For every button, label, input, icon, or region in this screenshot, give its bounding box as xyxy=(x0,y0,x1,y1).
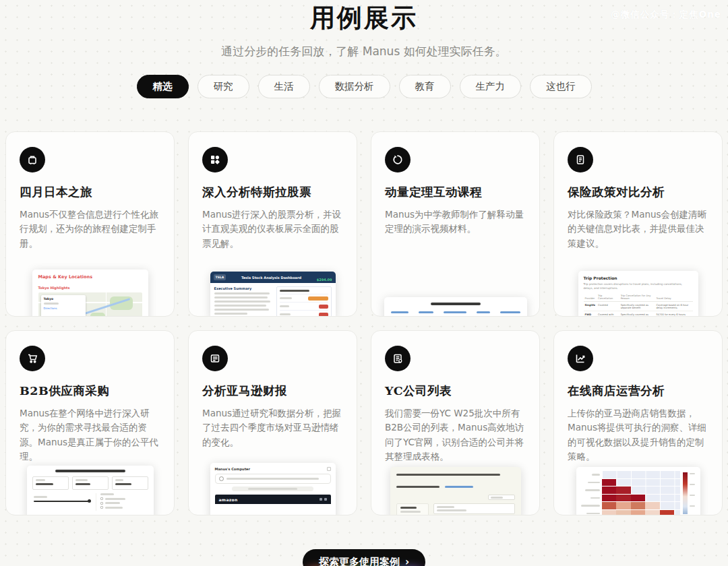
search-box xyxy=(488,495,515,500)
preview-subheading: Tokyo Highlights xyxy=(38,286,142,290)
card-title: 深入分析特斯拉股票 xyxy=(202,184,343,200)
card-description: Manus进行深入的股票分析，并设计直观美观的仪表板展示全面的股票见解。 xyxy=(202,208,343,251)
amazon-logo: amazon xyxy=(219,497,238,502)
heatmap-colorbar xyxy=(680,471,698,515)
luggage-icon xyxy=(20,147,45,172)
course-title-skeleton xyxy=(431,303,481,305)
card-description: 我们需要一份YC W25批次中所有B2B公司的列表，Manus高效地访问了YC官… xyxy=(385,406,526,464)
tab-featured[interactable]: 精选 xyxy=(137,75,189,98)
chevron-right-icon: › xyxy=(405,556,409,566)
card-description: Manus在整个网络中进行深入研究，为你的需求寻找最合适的资源。Manus是真正… xyxy=(20,406,160,464)
window-title: Manus's Computer xyxy=(215,467,250,471)
card-title: YC公司列表 xyxy=(385,383,526,399)
tab-wildcard[interactable]: 这也行 xyxy=(530,75,592,98)
list-icon xyxy=(385,346,411,371)
tab-data-analysis[interactable]: 数据分析 xyxy=(319,75,390,98)
usecase-card-tesla-stock[interactable]: 深入分析特斯拉股票 Manus进行深入的股票分析，并设计直观美观的仪表板展示全面… xyxy=(188,131,357,317)
card-preview-yc-directory xyxy=(390,467,521,515)
card-description: Manus通过研究和数据分析，把握了过去四个季度市场对亚马逊情绪的变化。 xyxy=(202,406,343,449)
card-title: 四月日本之旅 xyxy=(20,184,160,200)
preview-text: Trip protection covers disruptions to tr… xyxy=(584,282,693,290)
card-preview-amazon-browser: Manus's Computer amazon xyxy=(210,463,336,515)
section-heading: Executive Summary xyxy=(214,286,272,290)
usecase-card-store-analytics[interactable]: 在线商店运营分析 上传你的亚马逊商店销售数据，Manus将提供可执行的洞察、详细… xyxy=(553,330,723,515)
preview-title: Trip Protection xyxy=(584,276,693,280)
card-preview-tesla-dashboard: TSLA Tesla Stock Analysis Dashboard $294… xyxy=(210,272,336,317)
card-description: 上传你的亚马逊商店销售数据，Manus将提供可执行的洞察、详细的可视化数据以及提… xyxy=(568,406,708,464)
card-title: B2B供应商采购 xyxy=(20,383,160,399)
usecase-card-b2b-sourcing[interactable]: B2B供应商采购 Manus在整个网络中进行深入研究，为你的需求寻找最合适的资源… xyxy=(5,330,175,515)
expand-icon xyxy=(327,467,331,471)
directory-search-input xyxy=(433,503,515,514)
form-title-skeleton xyxy=(55,470,125,472)
tab-life[interactable]: 生活 xyxy=(258,75,310,98)
usecase-grid: 四月日本之旅 Manus不仅整合信息进行个性化旅行规划，还为你的旅程创建定制手册… xyxy=(5,131,723,515)
page-subtitle: 通过分步的任务回放，了解 Manus 如何处理实际任务。 xyxy=(0,44,728,59)
card-title: 在线商店运营分析 xyxy=(568,383,708,399)
usecase-card-insurance-comparison[interactable]: 保险政策对比分析 对比保险政策？Manus会创建清晰的关键信息对比表，并提供最佳… xyxy=(553,131,723,317)
card-preview-course-page xyxy=(384,297,527,317)
news-icon xyxy=(202,346,228,371)
usecase-card-yc-companies[interactable]: YC公司列表 我们需要一份YC W25批次中所有B2B公司的列表，Manus高效… xyxy=(371,330,540,515)
card-preview-trip-protection: Trip Protection Trip protection covers d… xyxy=(578,271,698,317)
tab-productivity[interactable]: 生产力 xyxy=(460,75,522,98)
heatmap xyxy=(578,471,680,515)
card-title: 动量定理互动课程 xyxy=(385,184,526,200)
usecase-card-amazon-earnings[interactable]: 分析亚马逊财报 Manus通过研究和数据分析，把握了过去四个季度市场对亚马逊情绪… xyxy=(188,330,357,515)
card-description: Manus为中学教师制作了解释动量定理的演示视频材料。 xyxy=(385,208,526,237)
card-title: 保险政策对比分析 xyxy=(568,184,708,200)
usecase-card-momentum-course[interactable]: 动量定理互动课程 Manus为中学教师制作了解释动量定理的演示视频材料。 xyxy=(371,131,540,317)
preview-heading: Maps & Key Locations xyxy=(38,274,142,280)
dashboard-title: Tesla Stock Analysis Dashboard xyxy=(229,276,314,280)
card-title: 分析亚马逊财报 xyxy=(202,383,343,399)
card-description: Manus不仅整合信息进行个性化旅行规划，还为你的旅程创建定制手册。 xyxy=(20,208,160,251)
browser-icon xyxy=(219,476,224,481)
filter-sidebar xyxy=(396,503,429,515)
card-preview-correlation-heatmap xyxy=(576,467,700,515)
tab-research[interactable]: 研究 xyxy=(198,75,249,98)
explore-more-label: 探索更多使用案例 xyxy=(319,556,400,566)
note-icon xyxy=(568,147,593,172)
map-info-card: Tokyo Directions xyxy=(41,295,86,317)
replay-icon xyxy=(385,147,411,172)
explore-more-button[interactable]: 探索更多使用案例 › xyxy=(303,549,425,566)
amazon-navbar: amazon xyxy=(215,495,331,504)
stock-price: $294.09 xyxy=(317,278,332,282)
directions-link: Directions xyxy=(44,307,83,310)
tsla-logo: TSLA xyxy=(214,274,226,280)
map-thumbnail: Tokyo Directions xyxy=(38,292,142,317)
dashboard-icon xyxy=(202,147,228,172)
card-preview-supplier-form xyxy=(27,466,154,515)
watermark: @微信公众号：定焦One xyxy=(611,9,721,21)
chart-up-icon xyxy=(568,346,593,371)
filter-tabs: 精选 研究 生活 数据分析 教育 生产力 这也行 xyxy=(0,75,728,98)
comparison-table: Provider Trip Cancellation Trip Cancella… xyxy=(584,293,693,317)
tab-education[interactable]: 教育 xyxy=(399,75,451,98)
card-preview-travel-map: Maps & Key Locations Tokyo Highlights To… xyxy=(32,270,148,317)
usecase-card-japan-trip[interactable]: 四月日本之旅 Manus不仅整合信息进行个性化旅行规划，还为你的旅程创建定制手册… xyxy=(5,131,175,317)
cart-icon xyxy=(20,346,45,371)
card-description: 对比保险政策？Manus会创建清晰的关键信息对比表，并提供最佳决策建议。 xyxy=(568,208,708,251)
